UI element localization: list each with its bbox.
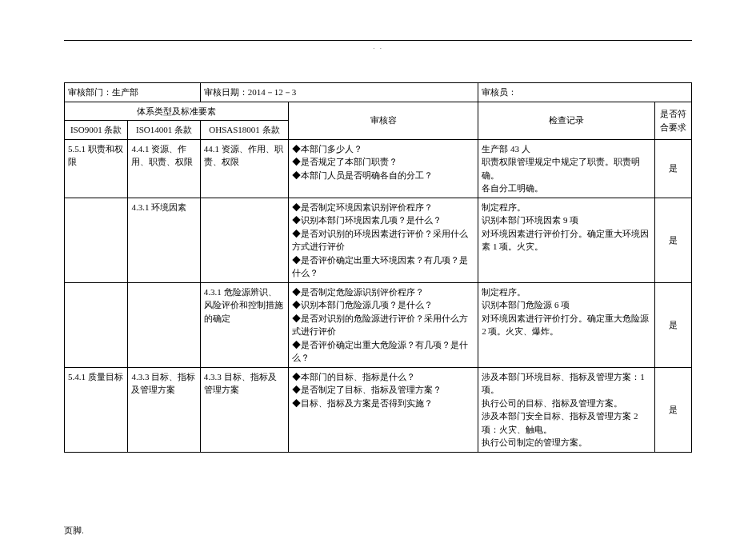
- cell-iso9001: [65, 198, 128, 282]
- header-mark: . .: [64, 42, 692, 50]
- cell-record: 制定程序。识别本部门危险源 6 项对环境因素进行评价打分。确定重大危险源 2 项…: [478, 282, 655, 367]
- header-iso9001: ISO9001 条款: [65, 121, 128, 140]
- cell-conform: 是: [654, 282, 691, 367]
- cell-iso9001: 5.5.1 职责和权限: [65, 139, 128, 198]
- table-row: 5.4.1 质量目标 4.3.3 目标、指标及管理方案 4.3.3 目标、指标及…: [65, 367, 692, 452]
- cell-content: ◆本部门的目标、指标是什么？◆是否制定了目标、指标及管理方案？◆目标、指标及方案…: [289, 367, 478, 452]
- header-record: 检查记录: [478, 102, 655, 139]
- dept-value: 生产部: [112, 87, 138, 97]
- header-ohsas: OHSAS18001 条款: [200, 121, 288, 140]
- table-row: 4.3.1 危险源辨识、风险评价和控制措施的确定 ◆是否制定危险源识别评价程序？…: [65, 282, 692, 367]
- header-conform: 是否符合要求: [654, 102, 691, 139]
- cell-iso14001: 4.3.3 目标、指标及管理方案: [128, 367, 200, 452]
- cell-record: 制定程序。识别本部门环境因素 9 项对环境因素进行评价打分。确定重大环境因素 1…: [478, 198, 655, 282]
- date-value: 2014－12－3: [248, 87, 297, 97]
- cell-content: ◆是否制定环境因素识别评价程序？◆识别本部门环境因素几项？是什么？◆是否对识别的…: [289, 198, 478, 282]
- cell-iso9001: [65, 282, 128, 367]
- info-row: 审核部门：生产部 审核日期：2014－12－3 审核员：: [65, 83, 692, 102]
- date-label: 审核日期：: [204, 87, 248, 97]
- auditor-cell: 审核员：: [478, 83, 692, 102]
- cell-record: 涉及本部门环境目标、指标及管理方案：1 项。执行公司的目标、指标及管理方案。涉及…: [478, 367, 655, 452]
- cell-ohsas: 4.3.1 危险源辨识、风险评价和控制措施的确定: [200, 282, 288, 367]
- header-audit-content: 审核容: [289, 102, 478, 139]
- header-system-type: 体系类型及标准要素: [65, 102, 289, 121]
- table-row: 4.3.1 环境因素 ◆是否制定环境因素识别评价程序？◆识别本部门环境因素几项？…: [65, 198, 692, 282]
- audit-table: 审核部门：生产部 审核日期：2014－12－3 审核员： 体系类型及标准要素 审…: [64, 82, 692, 453]
- page-rule-1: [64, 40, 692, 41]
- cell-content: ◆是否制定危险源识别评价程序？◆识别本部门危险源几项？是什么？◆是否对识别的危险…: [289, 282, 478, 367]
- header-row-1: 体系类型及标准要素 审核容 检查记录 是否符合要求: [65, 102, 692, 121]
- table-row: 5.5.1 职责和权限 4.4.1 资源、作用、职责、权限 44.1 资源、作用…: [65, 139, 692, 198]
- header-iso14001: ISO14001 条款: [128, 121, 200, 140]
- cell-ohsas: 4.3.3 目标、指标及管理方案: [200, 367, 288, 452]
- cell-conform: 是: [654, 198, 691, 282]
- date-cell: 审核日期：2014－12－3: [200, 83, 478, 102]
- dept-cell: 审核部门：生产部: [65, 83, 201, 102]
- auditor-label: 审核员：: [482, 87, 517, 97]
- cell-iso14001: [128, 282, 200, 367]
- cell-conform: 是: [654, 367, 691, 452]
- cell-ohsas: [200, 198, 288, 282]
- cell-ohsas: 44.1 资源、作用、职责、权限: [200, 139, 288, 198]
- page-footer: 页脚.: [64, 525, 692, 536]
- cell-iso14001: 4.4.1 资源、作用、职责、权限: [128, 139, 200, 198]
- cell-conform: 是: [654, 139, 691, 198]
- cell-iso9001: 5.4.1 质量目标: [65, 367, 128, 452]
- dept-label: 审核部门：: [68, 87, 112, 97]
- cell-iso14001: 4.3.1 环境因素: [128, 198, 200, 282]
- cell-content: ◆本部门多少人？◆是否规定了本部门职责？◆本部门人员是否明确各自的分工？: [289, 139, 478, 198]
- cell-record: 生产部 43 人职责权限管理规定中规定了职责。职责明确。各自分工明确。: [478, 139, 655, 198]
